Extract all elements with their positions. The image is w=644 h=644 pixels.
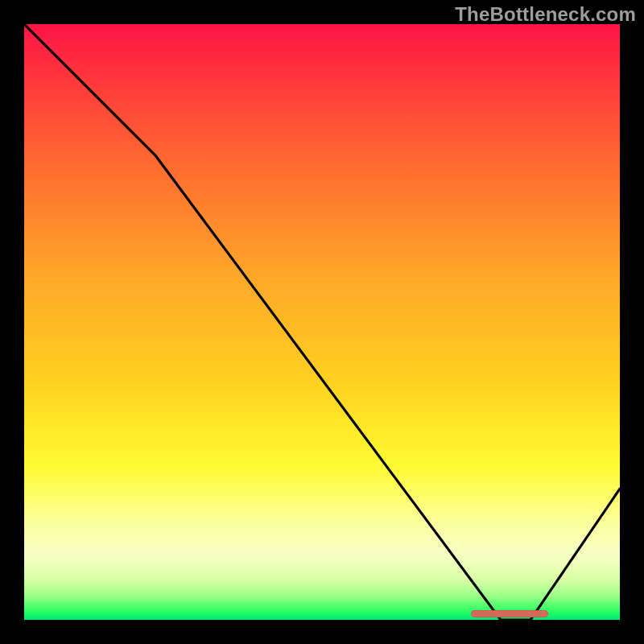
plot-wrap	[24, 24, 620, 620]
curve-path	[24, 24, 620, 620]
chart-frame: TheBottleneck.com	[0, 0, 644, 644]
bottleneck-curve	[24, 24, 620, 620]
optimal-marker	[471, 610, 548, 617]
plot-area	[24, 24, 620, 620]
attribution-text: TheBottleneck.com	[455, 3, 636, 26]
